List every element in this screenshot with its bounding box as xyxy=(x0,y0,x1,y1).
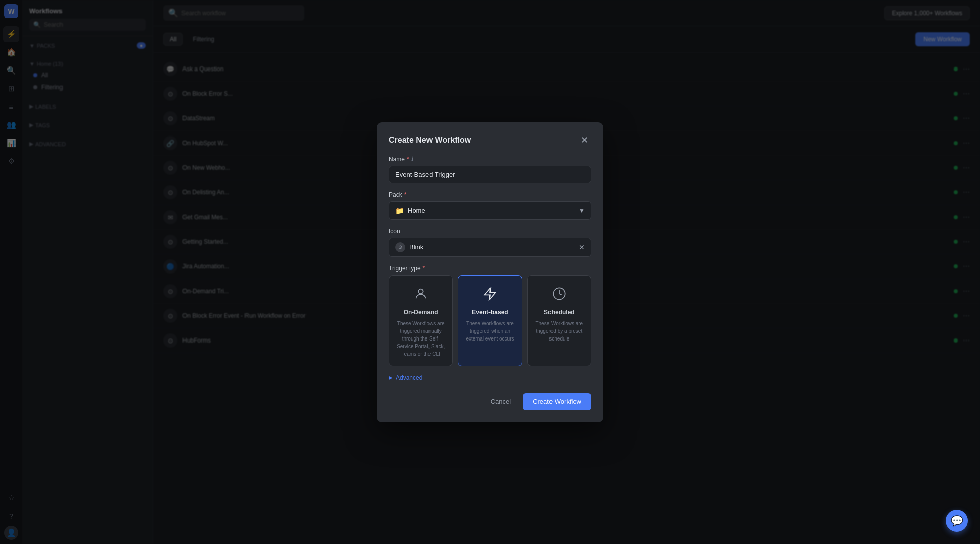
event-based-icon xyxy=(464,284,515,304)
scheduled-title: Scheduled xyxy=(534,309,585,316)
chevron-down-icon: ▼ xyxy=(579,207,585,214)
modal-title: Create New Workflow xyxy=(389,135,471,145)
trigger-card-event-based[interactable]: Event-based These Workflows are triggere… xyxy=(458,275,522,366)
name-label: Name * ℹ xyxy=(389,156,591,163)
chevron-right-icon: ▶ xyxy=(389,375,393,380)
svg-marker-1 xyxy=(484,288,495,299)
svg-point-0 xyxy=(418,289,423,293)
event-based-desc: These Workflows are triggered when an ex… xyxy=(464,320,515,343)
scheduled-icon xyxy=(534,284,585,304)
icon-clear-button[interactable]: ✕ xyxy=(579,243,585,251)
chat-widget-button[interactable]: 💬 xyxy=(946,510,968,532)
name-required: * xyxy=(407,156,409,163)
name-field-group: Name * ℹ xyxy=(389,156,591,183)
create-workflow-button[interactable]: Create Workflow xyxy=(523,393,591,410)
pack-select[interactable]: 📁 Home ▼ xyxy=(389,201,591,220)
advanced-toggle[interactable]: ▶ Advanced xyxy=(389,374,591,381)
on-demand-desc: These Workflows are triggered manually t… xyxy=(395,320,446,358)
name-info-icon[interactable]: ℹ xyxy=(411,156,413,162)
pack-label: Pack * xyxy=(389,191,591,198)
icon-name: Blink xyxy=(409,243,575,251)
trigger-card-on-demand[interactable]: On-Demand These Workflows are triggered … xyxy=(389,275,453,366)
modal-header: Create New Workflow ✕ xyxy=(389,134,591,146)
pack-required: * xyxy=(404,191,407,198)
icon-label: Icon xyxy=(389,228,591,235)
advanced-label: Advanced xyxy=(396,374,422,381)
pack-field-group: Pack * 📁 Home ▼ xyxy=(389,191,591,220)
modal-footer: Cancel Create Workflow xyxy=(389,393,591,410)
folder-icon: 📁 xyxy=(395,207,404,215)
event-based-title: Event-based xyxy=(464,309,515,316)
trigger-type-group: Trigger type * On-Demand These Workflows… xyxy=(389,265,591,366)
trigger-cards: On-Demand These Workflows are triggered … xyxy=(389,275,591,366)
trigger-required: * xyxy=(423,265,425,272)
name-input[interactable] xyxy=(389,166,591,183)
trigger-label: Trigger type * xyxy=(389,265,591,272)
modal-overlay[interactable]: Create New Workflow ✕ Name * ℹ Pack * 📁 … xyxy=(0,0,980,544)
create-workflow-modal: Create New Workflow ✕ Name * ℹ Pack * 📁 … xyxy=(377,122,603,422)
trigger-card-scheduled[interactable]: Scheduled These Workflows are triggered … xyxy=(527,275,591,366)
scheduled-desc: These Workflows are triggered by a prese… xyxy=(534,320,585,343)
on-demand-title: On-Demand xyxy=(395,309,446,316)
pack-value: Home xyxy=(408,207,425,214)
modal-close-button[interactable]: ✕ xyxy=(578,134,591,146)
blink-icon: ⊙ xyxy=(395,242,405,252)
cancel-button[interactable]: Cancel xyxy=(483,394,518,410)
icon-input[interactable]: ⊙ Blink ✕ xyxy=(389,238,591,257)
icon-field-group: Icon ⊙ Blink ✕ xyxy=(389,228,591,257)
on-demand-icon xyxy=(395,284,446,304)
